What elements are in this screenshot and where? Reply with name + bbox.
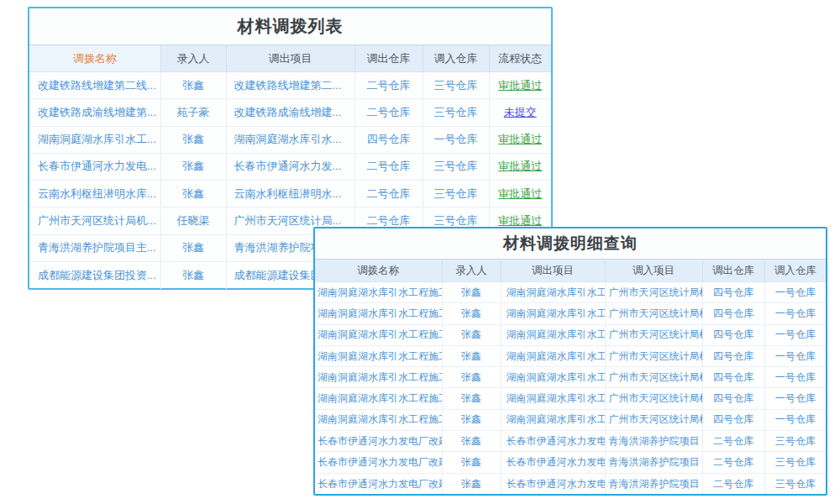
cell-out_project: 湖南洞庭湖水库引水工程施: [501, 282, 605, 303]
cell-entry: 张鑫: [442, 388, 501, 409]
cell-name: 湖南洞庭湖水库引水工程施工I标: [315, 409, 442, 430]
column-header-status[interactable]: 流程状态: [489, 45, 551, 72]
column-header-in_project[interactable]: 调入项目: [605, 260, 702, 282]
cell-in_wh: 三号仓库: [764, 431, 826, 452]
cell-name: 青海洪湖养护院项目主...: [29, 234, 160, 261]
table-row[interactable]: 云南水利枢纽潜明水库...张鑫云南水利枢纽潜明水...二号仓库三号仓库审批通过: [29, 181, 551, 207]
cell-in_project: 青海洪湖养护院项目: [605, 431, 702, 452]
column-header-out_wh[interactable]: 调出仓库: [354, 45, 423, 72]
cell-status: 审批通过: [489, 153, 551, 180]
cell-name: 湖南洞庭湖水库引水工程施工I标: [315, 345, 442, 366]
column-header-out_project[interactable]: 调出项目: [226, 45, 354, 72]
table-row[interactable]: 长春市伊通河水力发电厂改建工程张鑫长春市伊通河水力发电厂青海洪湖养护院项目二号仓…: [315, 431, 826, 452]
cell-in_project: 广州市天河区统计局机关: [605, 367, 702, 388]
cell-out_project: 湖南洞庭湖水库引水工程施: [501, 324, 605, 345]
cell-out_project: 湖南洞庭湖水库引水工程施: [501, 409, 605, 430]
detail-table-body: 湖南洞庭湖水库引水工程施工I标张鑫湖南洞庭湖水库引水工程施广州市天河区统计局机关…: [315, 282, 826, 495]
column-header-entry[interactable]: 录入人: [160, 45, 226, 72]
table-row[interactable]: 湖南洞庭湖水库引水工程施工I标张鑫湖南洞庭湖水库引水工程施广州市天河区统计局机关…: [315, 388, 826, 409]
cell-name: 湖南洞庭湖水库引水工程施工I标: [315, 367, 442, 388]
cell-entry: 张鑫: [442, 282, 501, 303]
cell-out_wh: 四号仓库: [354, 126, 423, 153]
cell-name: 湖南洞庭湖水库引水工程施工I标: [315, 282, 442, 303]
cell-name: 湖南洞庭湖水库引水工程施工I标: [315, 303, 442, 324]
column-header-out_project[interactable]: 调出项目: [501, 260, 605, 282]
table-row[interactable]: 湖南洞庭湖水库引水工程施工I标张鑫湖南洞庭湖水库引水工程施广州市天河区统计局机关…: [315, 303, 826, 324]
table-row[interactable]: 湖南洞庭湖水库引水工程施工I标张鑫湖南洞庭湖水库引水工程施广州市天河区统计局机关…: [315, 282, 826, 303]
table-row[interactable]: 长春市伊通河水力发电...张鑫长春市伊通河水力发...二号仓库三号仓库审批通过: [29, 153, 551, 180]
cell-out_wh: 二号仓库: [354, 153, 423, 180]
column-header-in_wh[interactable]: 调入仓库: [764, 260, 826, 282]
cell-name: 成都能源建设集团投资...: [29, 261, 160, 288]
cell-out_wh: 二号仓库: [702, 431, 764, 452]
cell-name: 湖南洞庭湖水库引水工...: [29, 126, 160, 153]
column-header-name[interactable]: 调拨名称: [29, 45, 160, 72]
cell-in_project: 广州市天河区统计局机关: [605, 282, 702, 303]
cell-out_project: 湖南洞庭湖水库引水工程施: [501, 388, 605, 409]
column-header-out_wh[interactable]: 调出仓库: [702, 260, 764, 282]
table-row[interactable]: 湖南洞庭湖水库引水工程施工I标张鑫湖南洞庭湖水库引水工程施广州市天河区统计局机关…: [315, 409, 826, 430]
cell-status: 审批通过: [489, 72, 551, 99]
cell-out_wh: 二号仓库: [702, 473, 764, 494]
cell-in_project: 青海洪湖养护院项目: [605, 473, 702, 494]
cell-out_wh: 四号仓库: [702, 367, 764, 388]
cell-out_project: 改建铁路成渝线增建...: [226, 99, 354, 126]
cell-entry: 张鑫: [442, 431, 501, 452]
table-row[interactable]: 长春市伊通河水力发电厂改建工程张鑫长春市伊通河水力发电厂青海洪湖养护院项目二号仓…: [315, 473, 826, 494]
cell-status: 审批通过: [489, 126, 551, 153]
cell-out_project: 湖南洞庭湖水库引水工程施: [501, 345, 605, 366]
table-row[interactable]: 改建铁路线增建第二线...张鑫改建铁路线增建第二...二号仓库三号仓库审批通过: [29, 72, 551, 99]
status-link[interactable]: 审批通过: [498, 187, 542, 200]
column-header-in_wh[interactable]: 调入仓库: [423, 45, 489, 72]
cell-out_project: 长春市伊通河水力发电厂: [501, 431, 605, 452]
status-link[interactable]: 审批通过: [498, 160, 542, 172]
table-row[interactable]: 湖南洞庭湖水库引水工...张鑫湖南洞庭湖水库引水...四号仓库一号仓库审批通过: [29, 126, 551, 153]
cell-out_project: 湖南洞庭湖水库引水工程施: [501, 367, 605, 388]
cell-entry: 苑子豪: [160, 99, 226, 126]
cell-entry: 张鑫: [160, 126, 226, 153]
table-row[interactable]: 改建铁路成渝线增建第...苑子豪改建铁路成渝线增建...二号仓库三号仓库未提交: [29, 99, 551, 126]
cell-name: 改建铁路成渝线增建第...: [29, 99, 160, 126]
cell-name: 湖南洞庭湖水库引水工程施工I标: [315, 388, 442, 409]
cell-in_wh: 一号仓库: [764, 303, 826, 324]
cell-in_project: 广州市天河区统计局机关: [605, 324, 702, 345]
material-transfer-detail-table: 调拨名称录入人调出项目调入项目调出仓库调入仓库 湖南洞庭湖水库引水工程施工I标张…: [315, 259, 826, 494]
cell-entry: 张鑫: [160, 261, 226, 288]
status-link[interactable]: 审批通过: [498, 133, 542, 145]
cell-out_project: 长春市伊通河水力发电厂: [501, 473, 605, 494]
status-link[interactable]: 审批通过: [498, 214, 542, 227]
status-link[interactable]: 审批通过: [498, 79, 542, 92]
cell-out_wh: 四号仓库: [702, 409, 764, 430]
cell-in_wh: 三号仓库: [423, 181, 489, 207]
detail-header-row: 调拨名称录入人调出项目调入项目调出仓库调入仓库: [315, 260, 826, 282]
cell-out_wh: 四号仓库: [702, 345, 764, 366]
cell-name: 云南水利枢纽潜明水库...: [29, 181, 160, 207]
cell-in_wh: 三号仓库: [423, 99, 489, 126]
cell-out_wh: 四号仓库: [702, 303, 764, 324]
cell-out_project: 改建铁路线增建第二...: [226, 72, 354, 99]
cell-in_wh: 一号仓库: [764, 282, 826, 303]
table-row[interactable]: 湖南洞庭湖水库引水工程施工I标张鑫湖南洞庭湖水库引水工程施广州市天河区统计局机关…: [315, 367, 826, 388]
cell-entry: 张鑫: [442, 303, 501, 324]
cell-entry: 张鑫: [442, 324, 501, 345]
table-row[interactable]: 湖南洞庭湖水库引水工程施工I标张鑫湖南洞庭湖水库引水工程施广州市天河区统计局机关…: [315, 345, 826, 366]
cell-entry: 张鑫: [442, 473, 501, 494]
cell-name: 广州市天河区统计局机...: [29, 207, 160, 234]
cell-in_wh: 一号仓库: [764, 409, 826, 430]
cell-in_wh: 三号仓库: [764, 473, 826, 494]
cell-out_project: 长春市伊通河水力发...: [226, 153, 354, 180]
cell-in_wh: 一号仓库: [764, 367, 826, 388]
cell-name: 长春市伊通河水力发电厂改建工程: [315, 431, 442, 452]
cell-name: 长春市伊通河水力发电厂改建工程: [315, 452, 442, 473]
status-link[interactable]: 未提交: [504, 106, 537, 118]
cell-in_project: 广州市天河区统计局机关: [605, 388, 702, 409]
table-row[interactable]: 长春市伊通河水力发电厂改建工程张鑫长春市伊通河水力发电厂青海洪湖养护院项目二号仓…: [315, 452, 826, 473]
column-header-name[interactable]: 调拨名称: [315, 260, 442, 282]
cell-entry: 张鑫: [160, 234, 226, 261]
table-row[interactable]: 湖南洞庭湖水库引水工程施工I标张鑫湖南洞庭湖水库引水工程施广州市天河区统计局机关…: [315, 324, 826, 345]
cell-in_wh: 三号仓库: [423, 72, 489, 99]
cell-in_project: 广州市天河区统计局机关: [605, 303, 702, 324]
column-header-entry[interactable]: 录入人: [442, 260, 501, 282]
cell-in_wh: 三号仓库: [764, 452, 826, 473]
cell-entry: 张鑫: [442, 409, 501, 430]
